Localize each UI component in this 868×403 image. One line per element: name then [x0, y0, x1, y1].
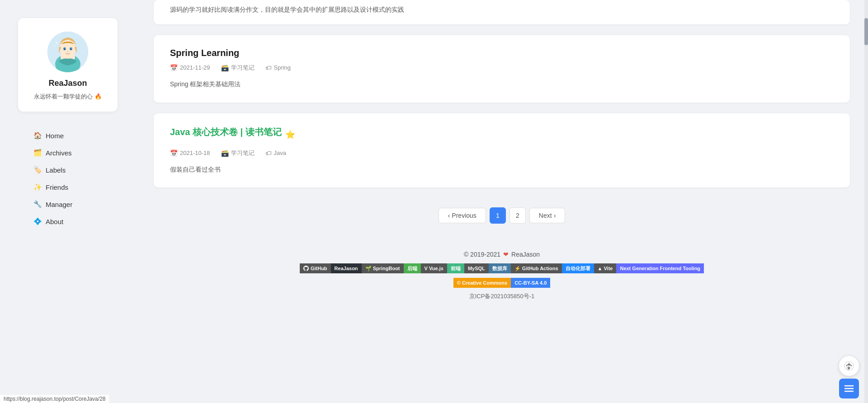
svg-point-12: [54, 46, 56, 47]
tag-icon: 🏷: [265, 64, 272, 71]
status-url: https://blog.reajason.top/post/CoreJava/…: [0, 395, 109, 403]
scroll-half-button[interactable]: ◑: [839, 356, 859, 376]
next-button[interactable]: Next ›: [529, 208, 565, 223]
main-content: 源码的学习就好比阅读满分作文，目的就是学会其中的扩展思路以及设计模式的实践 Sp…: [136, 0, 868, 403]
post-date: 📅 2021-10-18: [170, 150, 210, 157]
vuejs-badge[interactable]: V Vue.js 前端: [421, 263, 464, 273]
heart-icon: ❤: [503, 251, 509, 258]
calendar-icon: 📅: [170, 64, 178, 71]
sidebar-item-archives[interactable]: 🗂️ Archives: [23, 145, 113, 160]
avatar: [47, 32, 88, 72]
about-icon: 💠: [33, 217, 42, 225]
cc-badge-row: © Creative Commons CC-BY-SA 4.0: [154, 278, 850, 288]
sidebar-item-label: Manager: [46, 201, 72, 208]
sidebar-item-about[interactable]: 💠 About: [23, 214, 113, 229]
scrollbar[interactable]: [864, 0, 868, 403]
sidebar-item-labels[interactable]: 🏷️ Labels: [23, 162, 113, 178]
chevron-left-icon: ‹: [448, 212, 450, 219]
post-category: 🗃️ 学习笔记: [221, 64, 255, 72]
post-card-excerpt: 源码的学习就好比阅读满分作文，目的就是学会其中的扩展思路以及设计模式的实践: [154, 0, 850, 24]
post-excerpt: Spring 框架相关基础用法: [170, 79, 834, 90]
post-date: 📅 2021-11-29: [170, 64, 210, 71]
category-icon: 🗃️: [221, 64, 229, 71]
svg-point-8: [65, 48, 66, 49]
mobile-menu-button[interactable]: [839, 379, 859, 398]
page-1-button[interactable]: 1: [490, 207, 506, 224]
sidebar-item-label: Friends: [46, 183, 68, 191]
scrollbar-thumb[interactable]: [864, 18, 868, 45]
svg-point-9: [71, 48, 72, 49]
github-actions-badge[interactable]: ⚡ GitHub Actions 自动化部署: [511, 263, 594, 273]
vite-badge[interactable]: ▲ Vite Next Generation Frontend Tooling: [594, 263, 704, 273]
previous-button[interactable]: ‹ Previous: [439, 208, 486, 223]
archives-icon: 🗂️: [33, 149, 42, 157]
sidebar-item-label: About: [46, 218, 63, 225]
cc-badge[interactable]: © Creative Commons CC-BY-SA 4.0: [453, 278, 551, 288]
footer-copyright: © 2019-2021 ❤ ReaJason: [154, 251, 850, 258]
post-card-spring: Spring Learning 📅 2021-11-29 🗃️ 学习笔记 🏷 S…: [154, 35, 850, 103]
sidebar-item-manager[interactable]: 🔧 Manager: [23, 197, 113, 212]
friends-icon: ✨: [33, 183, 42, 191]
svg-point-10: [67, 51, 69, 52]
footer-badges: GitHub ReaJason 🌱 SpringBoot 后端 V Vue.js…: [154, 263, 850, 273]
mysql-badge[interactable]: MySQL 数据库: [464, 263, 511, 273]
sidebar-item-label: Archives: [46, 149, 72, 157]
chevron-right-icon: ›: [554, 212, 556, 219]
sidebar-item-label: Labels: [46, 166, 66, 174]
post-meta: 📅 2021-10-18 🗃️ 学习笔记 🏷 Java: [170, 149, 834, 157]
pagination: ‹ Previous 1 2 Next ›: [154, 207, 850, 224]
profile-bio: 永远怀着一颗学徒的心 🔥: [34, 93, 102, 101]
footer: © 2019-2021 ❤ ReaJason GitHub ReaJason 🌱…: [154, 242, 850, 309]
post-tag: 🏷 Java: [265, 150, 286, 157]
icp-text[interactable]: 京ICP备2021035850号-1: [154, 292, 850, 300]
sidebar-item-label: Home: [46, 132, 64, 140]
star-icon: ⭐: [285, 130, 295, 140]
post-card-java: Java 核心技术卷 | 读书笔记 ⭐ 📅 2021-10-18 🗃️ 学习笔记…: [154, 113, 850, 188]
sidebar: ReaJason 永远怀着一颗学徒的心 🔥 🏠 Home 🗂️ Archives…: [0, 0, 136, 403]
post-title[interactable]: Spring Learning: [170, 48, 834, 58]
manager-icon: 🔧: [33, 200, 42, 208]
category-icon: 🗃️: [221, 150, 229, 157]
github-badge[interactable]: GitHub ReaJason: [300, 263, 362, 273]
sidebar-item-home[interactable]: 🏠 Home: [23, 128, 113, 143]
home-icon: 🏠: [33, 131, 42, 140]
post-category: 🗃️ 学习笔记: [221, 149, 255, 157]
post-tag: 🏷 Spring: [265, 64, 291, 71]
post-excerpt: 源码的学习就好比阅读满分作文，目的就是学会其中的扩展思路以及设计模式的实践: [170, 5, 834, 15]
calendar-icon: 📅: [170, 150, 178, 157]
post-title-row[interactable]: Java 核心技术卷 | 读书笔记 ⭐: [170, 126, 834, 144]
post-title: Java 核心技术卷 | 读书笔记: [170, 126, 282, 138]
svg-text:◑: ◑: [847, 366, 850, 370]
profile-name: ReaJason: [48, 79, 87, 88]
post-meta: 📅 2021-11-29 🗃️ 学习笔记 🏷 Spring: [170, 64, 834, 72]
springboot-badge[interactable]: 🌱 SpringBoot 后端: [362, 263, 421, 273]
tag-icon: 🏷: [265, 150, 272, 157]
page-2-button[interactable]: 2: [509, 207, 526, 224]
nav-menu: 🏠 Home 🗂️ Archives 🏷️ Labels ✨ Friends 🔧…: [9, 128, 127, 229]
profile-card: ReaJason 永远怀着一颗学徒的心 🔥: [18, 18, 118, 112]
sidebar-item-friends[interactable]: ✨ Friends: [23, 179, 113, 195]
post-excerpt: 假装自己看过全书: [170, 164, 834, 175]
svg-point-11: [56, 42, 57, 44]
labels-icon: 🏷️: [33, 166, 42, 174]
